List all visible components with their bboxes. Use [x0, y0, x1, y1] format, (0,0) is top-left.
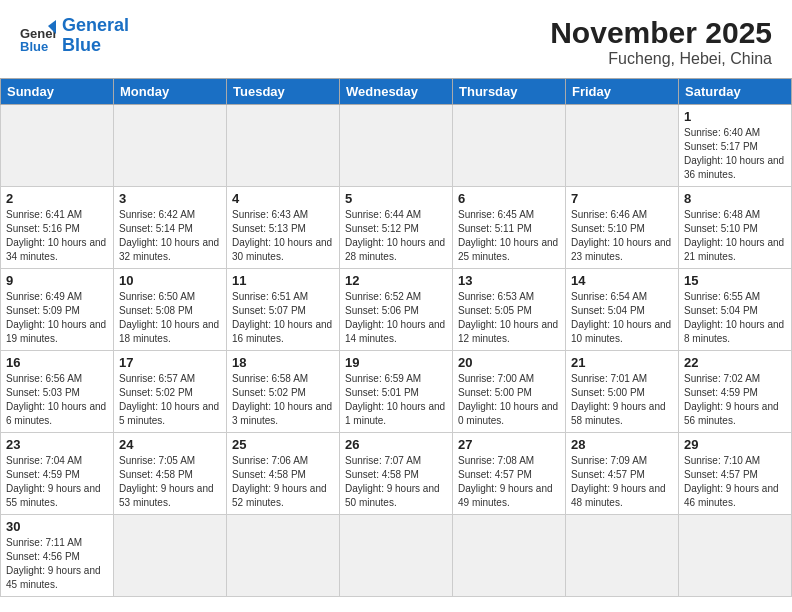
day-number: 17: [119, 355, 221, 370]
calendar-day-cell: [114, 105, 227, 187]
logo-icon: General Blue: [20, 18, 56, 54]
day-number: 4: [232, 191, 334, 206]
calendar-day-cell: 28Sunrise: 7:09 AM Sunset: 4:57 PM Dayli…: [566, 433, 679, 515]
calendar-week-row: 16Sunrise: 6:56 AM Sunset: 5:03 PM Dayli…: [1, 351, 792, 433]
day-number: 11: [232, 273, 334, 288]
calendar-day-cell: 11Sunrise: 6:51 AM Sunset: 5:07 PM Dayli…: [227, 269, 340, 351]
day-info: Sunrise: 6:41 AM Sunset: 5:16 PM Dayligh…: [6, 208, 108, 264]
day-info: Sunrise: 7:05 AM Sunset: 4:58 PM Dayligh…: [119, 454, 221, 510]
day-number: 18: [232, 355, 334, 370]
calendar-day-cell: [340, 105, 453, 187]
day-info: Sunrise: 6:50 AM Sunset: 5:08 PM Dayligh…: [119, 290, 221, 346]
day-number: 13: [458, 273, 560, 288]
month-title: November 2025: [550, 16, 772, 50]
calendar-day-cell: 20Sunrise: 7:00 AM Sunset: 5:00 PM Dayli…: [453, 351, 566, 433]
calendar-day-cell: 23Sunrise: 7:04 AM Sunset: 4:59 PM Dayli…: [1, 433, 114, 515]
day-info: Sunrise: 6:54 AM Sunset: 5:04 PM Dayligh…: [571, 290, 673, 346]
day-number: 28: [571, 437, 673, 452]
day-number: 23: [6, 437, 108, 452]
day-number: 10: [119, 273, 221, 288]
day-number: 19: [345, 355, 447, 370]
day-info: Sunrise: 6:58 AM Sunset: 5:02 PM Dayligh…: [232, 372, 334, 428]
location-title: Fucheng, Hebei, China: [550, 50, 772, 68]
day-info: Sunrise: 6:51 AM Sunset: 5:07 PM Dayligh…: [232, 290, 334, 346]
calendar-day-cell: 5Sunrise: 6:44 AM Sunset: 5:12 PM Daylig…: [340, 187, 453, 269]
day-number: 20: [458, 355, 560, 370]
calendar-day-cell: 3Sunrise: 6:42 AM Sunset: 5:14 PM Daylig…: [114, 187, 227, 269]
calendar-day-header: Wednesday: [340, 79, 453, 105]
calendar-day-cell: 27Sunrise: 7:08 AM Sunset: 4:57 PM Dayli…: [453, 433, 566, 515]
day-info: Sunrise: 6:45 AM Sunset: 5:11 PM Dayligh…: [458, 208, 560, 264]
calendar-day-cell: 21Sunrise: 7:01 AM Sunset: 5:00 PM Dayli…: [566, 351, 679, 433]
svg-text:Blue: Blue: [20, 39, 48, 54]
day-info: Sunrise: 7:00 AM Sunset: 5:00 PM Dayligh…: [458, 372, 560, 428]
calendar-day-cell: [566, 105, 679, 187]
day-info: Sunrise: 6:52 AM Sunset: 5:06 PM Dayligh…: [345, 290, 447, 346]
day-number: 6: [458, 191, 560, 206]
day-info: Sunrise: 7:11 AM Sunset: 4:56 PM Dayligh…: [6, 536, 108, 592]
day-info: Sunrise: 6:46 AM Sunset: 5:10 PM Dayligh…: [571, 208, 673, 264]
day-info: Sunrise: 6:43 AM Sunset: 5:13 PM Dayligh…: [232, 208, 334, 264]
logo: General Blue General Blue: [20, 16, 129, 56]
day-info: Sunrise: 7:04 AM Sunset: 4:59 PM Dayligh…: [6, 454, 108, 510]
title-block: November 2025 Fucheng, Hebei, China: [550, 16, 772, 68]
day-number: 5: [345, 191, 447, 206]
day-info: Sunrise: 6:49 AM Sunset: 5:09 PM Dayligh…: [6, 290, 108, 346]
calendar-day-cell: 4Sunrise: 6:43 AM Sunset: 5:13 PM Daylig…: [227, 187, 340, 269]
calendar-day-cell: 12Sunrise: 6:52 AM Sunset: 5:06 PM Dayli…: [340, 269, 453, 351]
calendar-day-cell: 14Sunrise: 6:54 AM Sunset: 5:04 PM Dayli…: [566, 269, 679, 351]
calendar-day-cell: 8Sunrise: 6:48 AM Sunset: 5:10 PM Daylig…: [679, 187, 792, 269]
day-info: Sunrise: 6:55 AM Sunset: 5:04 PM Dayligh…: [684, 290, 786, 346]
calendar-day-cell: 6Sunrise: 6:45 AM Sunset: 5:11 PM Daylig…: [453, 187, 566, 269]
calendar-day-cell: 10Sunrise: 6:50 AM Sunset: 5:08 PM Dayli…: [114, 269, 227, 351]
calendar-week-row: 1Sunrise: 6:40 AM Sunset: 5:17 PM Daylig…: [1, 105, 792, 187]
calendar-day-header: Sunday: [1, 79, 114, 105]
calendar-day-cell: [453, 105, 566, 187]
calendar-day-header: Thursday: [453, 79, 566, 105]
logo-text: General Blue: [62, 16, 129, 56]
calendar-day-cell: 19Sunrise: 6:59 AM Sunset: 5:01 PM Dayli…: [340, 351, 453, 433]
calendar-week-row: 23Sunrise: 7:04 AM Sunset: 4:59 PM Dayli…: [1, 433, 792, 515]
calendar-table: SundayMondayTuesdayWednesdayThursdayFrid…: [0, 78, 792, 597]
calendar-day-cell: [1, 105, 114, 187]
calendar-header-row: SundayMondayTuesdayWednesdayThursdayFrid…: [1, 79, 792, 105]
day-number: 16: [6, 355, 108, 370]
day-number: 3: [119, 191, 221, 206]
calendar-day-cell: 17Sunrise: 6:57 AM Sunset: 5:02 PM Dayli…: [114, 351, 227, 433]
day-info: Sunrise: 6:56 AM Sunset: 5:03 PM Dayligh…: [6, 372, 108, 428]
calendar-day-cell: [114, 515, 227, 597]
day-number: 8: [684, 191, 786, 206]
calendar-day-cell: [227, 515, 340, 597]
day-info: Sunrise: 6:42 AM Sunset: 5:14 PM Dayligh…: [119, 208, 221, 264]
day-number: 24: [119, 437, 221, 452]
day-info: Sunrise: 6:53 AM Sunset: 5:05 PM Dayligh…: [458, 290, 560, 346]
day-info: Sunrise: 6:40 AM Sunset: 5:17 PM Dayligh…: [684, 126, 786, 182]
calendar-day-cell: 26Sunrise: 7:07 AM Sunset: 4:58 PM Dayli…: [340, 433, 453, 515]
day-number: 1: [684, 109, 786, 124]
calendar-day-cell: [340, 515, 453, 597]
calendar-day-cell: 29Sunrise: 7:10 AM Sunset: 4:57 PM Dayli…: [679, 433, 792, 515]
calendar-week-row: 9Sunrise: 6:49 AM Sunset: 5:09 PM Daylig…: [1, 269, 792, 351]
day-info: Sunrise: 7:09 AM Sunset: 4:57 PM Dayligh…: [571, 454, 673, 510]
calendar-day-cell: [679, 515, 792, 597]
day-number: 2: [6, 191, 108, 206]
calendar-day-header: Tuesday: [227, 79, 340, 105]
day-info: Sunrise: 7:07 AM Sunset: 4:58 PM Dayligh…: [345, 454, 447, 510]
calendar-week-row: 2Sunrise: 6:41 AM Sunset: 5:16 PM Daylig…: [1, 187, 792, 269]
day-info: Sunrise: 7:02 AM Sunset: 4:59 PM Dayligh…: [684, 372, 786, 428]
calendar-day-cell: 13Sunrise: 6:53 AM Sunset: 5:05 PM Dayli…: [453, 269, 566, 351]
day-number: 22: [684, 355, 786, 370]
calendar-day-header: Monday: [114, 79, 227, 105]
calendar-day-cell: 30Sunrise: 7:11 AM Sunset: 4:56 PM Dayli…: [1, 515, 114, 597]
day-number: 26: [345, 437, 447, 452]
page-header: General Blue General Blue November 2025 …: [0, 0, 792, 78]
calendar-day-cell: [453, 515, 566, 597]
day-info: Sunrise: 7:10 AM Sunset: 4:57 PM Dayligh…: [684, 454, 786, 510]
calendar-day-cell: [566, 515, 679, 597]
day-info: Sunrise: 6:48 AM Sunset: 5:10 PM Dayligh…: [684, 208, 786, 264]
day-number: 27: [458, 437, 560, 452]
calendar-day-header: Friday: [566, 79, 679, 105]
day-info: Sunrise: 7:08 AM Sunset: 4:57 PM Dayligh…: [458, 454, 560, 510]
day-info: Sunrise: 7:01 AM Sunset: 5:00 PM Dayligh…: [571, 372, 673, 428]
day-info: Sunrise: 6:57 AM Sunset: 5:02 PM Dayligh…: [119, 372, 221, 428]
